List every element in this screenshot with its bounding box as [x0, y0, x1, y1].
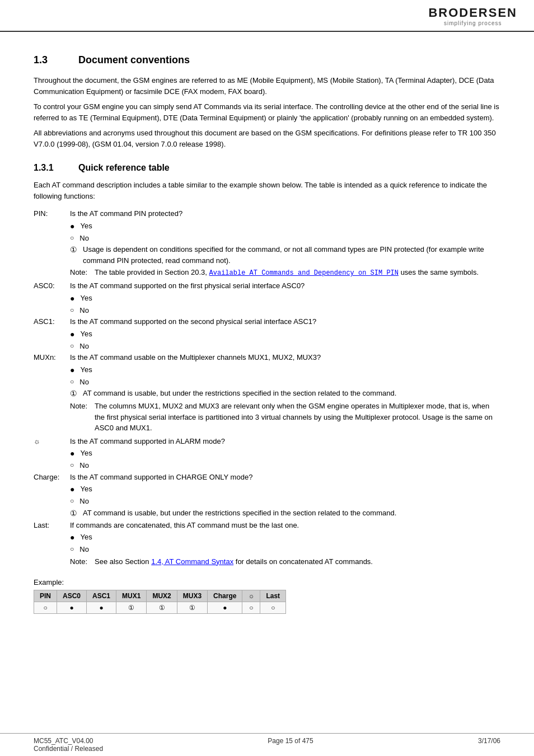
muxn-half-row: ① AT command is usable, but under the re…	[70, 388, 500, 400]
asc1-yes-label: Yes	[80, 328, 92, 340]
asc0-yes-bullet: ●	[70, 293, 74, 304]
table-header-mux1: MUX1	[116, 590, 147, 602]
table-cell-charge: ●	[208, 602, 242, 614]
asc0-yes-row: ● Yes	[70, 293, 500, 304]
charge-no-bullet: ○	[70, 496, 74, 506]
pin-yes-row: ● Yes	[70, 220, 500, 232]
section-1-3-num: 1.3	[34, 54, 67, 66]
pin-no-bullet: ○	[70, 233, 74, 243]
def-last-options: ● Yes ○ No Note: See also Section 1.4, A…	[70, 532, 500, 567]
def-muxn-desc: Is the AT command usable on the Multiple…	[70, 352, 500, 363]
table-header-charge: Charge	[208, 590, 242, 602]
asc0-no-bullet: ○	[70, 305, 74, 315]
def-muxn-options: ● Yes ○ No ① AT command is usable, but u…	[70, 364, 500, 434]
def-asc1-row: ASC1: Is the AT command supported on the…	[34, 316, 500, 327]
table-cell-mux1: ①	[116, 602, 147, 614]
page-footer: MC55_ATC_V04.00 Confidential / Released …	[0, 733, 534, 756]
def-pin-term: PIN:	[34, 208, 70, 219]
def-asc1-desc: Is the AT command supported on the secon…	[70, 316, 500, 327]
footer-page: Page 15 of 475	[268, 737, 313, 753]
asc0-no-label: No	[79, 305, 89, 316]
table-cell-alarm: ○	[242, 602, 260, 614]
reference-table: PIN ASC0 ASC1 MUX1 MUX2 MUX3 Charge ☼ La…	[34, 590, 286, 614]
charge-no-row: ○ No	[70, 496, 500, 507]
def-last-row: Last: If commands are concatenated, this…	[34, 520, 500, 531]
example-label: Example:	[34, 578, 500, 586]
table-header-mux2: MUX2	[147, 590, 177, 602]
footer-left: MC55_ATC_V04.00 Confidential / Released	[34, 737, 103, 753]
muxn-yes-row: ● Yes	[70, 364, 500, 376]
table-row: ○ ● ● ① ① ① ● ○ ○	[34, 602, 286, 614]
last-note-end: for details on concatenated AT commands.	[236, 557, 373, 566]
pin-note-end: uses the same symbols.	[401, 268, 479, 276]
alarm-no-bullet: ○	[70, 460, 74, 470]
section-1-3-1-intro: Each AT command description includes a t…	[34, 180, 500, 201]
charge-half-row: ① AT command is usable, but under the re…	[70, 508, 500, 519]
def-alarm-desc: Is the AT command supported in ALARM mod…	[70, 436, 500, 447]
page-header: BRODERSEN simplifying process	[0, 0, 534, 32]
section-1-3-1-title: Quick reference table	[78, 163, 170, 173]
def-charge-row: Charge: Is the AT command supported in C…	[34, 472, 500, 483]
table-cell-last: ○	[260, 602, 286, 614]
muxn-no-bullet: ○	[70, 377, 74, 387]
asc1-no-label: No	[79, 341, 89, 352]
pin-no-row: ○ No	[70, 233, 500, 244]
def-last-term: Last:	[34, 520, 70, 531]
charge-yes-label: Yes	[80, 483, 92, 495]
section-1-3-1-num: 1.3.1	[34, 163, 67, 173]
muxn-note-row: Note: The columns MUX1, MUX2 and MUX3 ar…	[70, 401, 500, 434]
logo-area: BRODERSEN simplifying process	[428, 6, 517, 26]
def-asc0-options: ● Yes ○ No	[70, 293, 500, 316]
page-content: 1.3 Document conventions Throughout the …	[0, 32, 534, 625]
last-yes-row: ● Yes	[70, 532, 500, 543]
alarm-yes-bullet: ●	[70, 448, 74, 459]
table-header-asc0: ASC0	[57, 590, 87, 602]
charge-half-desc: AT command is usable, but under the rest…	[83, 508, 396, 519]
asc1-no-bullet: ○	[70, 341, 74, 351]
muxn-yes-bullet: ●	[70, 364, 74, 376]
asc1-yes-bullet: ●	[70, 328, 74, 340]
table-header-asc1: ASC1	[87, 590, 116, 602]
muxn-half-desc: AT command is usable, but under the rest…	[83, 388, 396, 399]
def-pin-row: PIN: Is the AT command PIN protected?	[34, 208, 500, 219]
def-asc0-row: ASC0: Is the AT command supported on the…	[34, 280, 500, 292]
muxn-no-row: ○ No	[70, 377, 500, 388]
logo-sub: simplifying process	[444, 20, 502, 26]
def-pin-options: ● Yes ○ No ① Usage is dependent on condi…	[70, 220, 500, 279]
pin-note-link[interactable]: Available AT Commands and Dependency on …	[209, 269, 399, 277]
alarm-icon: ☼	[34, 437, 40, 445]
section-1-3-para2: To control your GSM engine you can simpl…	[34, 101, 500, 123]
pin-no-label: No	[79, 233, 89, 244]
def-asc0-desc: Is the AT command supported on the first…	[70, 280, 500, 292]
asc0-no-row: ○ No	[70, 305, 500, 316]
muxn-yes-label: Yes	[80, 364, 92, 375]
last-yes-label: Yes	[80, 532, 92, 543]
muxn-no-label: No	[79, 377, 89, 388]
footer-status: Confidential / Released	[34, 745, 103, 753]
pin-note-label: Note:	[70, 267, 91, 278]
muxn-note-label: Note:	[70, 401, 91, 412]
logo-name: BRODERSEN	[428, 6, 517, 20]
def-muxn-row: MUXn: Is the AT command usable on the Mu…	[34, 352, 500, 363]
charge-no-label: No	[79, 496, 89, 507]
pin-yes-bullet: ●	[70, 220, 74, 232]
section-1-3-para3: All abbreviations and acronyms used thro…	[34, 128, 500, 149]
def-muxn-term: MUXn:	[34, 352, 70, 363]
pin-half-row: ① Usage is dependent on conditions speci…	[70, 244, 500, 266]
table-cell-asc0: ●	[57, 602, 87, 614]
asc1-yes-row: ● Yes	[70, 328, 500, 340]
asc1-no-row: ○ No	[70, 341, 500, 352]
table-cell-mux3: ①	[177, 602, 207, 614]
pin-note-text: The table provided in Section 20.3, Avai…	[95, 267, 500, 278]
last-note-link[interactable]: 1.4, AT Command Syntax	[151, 557, 233, 566]
def-asc1-options: ● Yes ○ No	[70, 328, 500, 352]
def-asc1-term: ASC1:	[34, 316, 70, 327]
section-1-3-1-heading: 1.3.1 Quick reference table	[34, 163, 500, 173]
section-1-3-title: Document conventions	[78, 54, 190, 66]
alarm-yes-row: ● Yes	[70, 448, 500, 459]
def-alarm-options: ● Yes ○ No	[70, 448, 500, 471]
muxn-note-text: The columns MUX1, MUX2 and MUX3 are rele…	[95, 401, 500, 434]
alarm-yes-label: Yes	[80, 448, 92, 459]
table-cell-mux2: ①	[147, 602, 177, 614]
footer-date: 3/17/06	[478, 737, 500, 753]
